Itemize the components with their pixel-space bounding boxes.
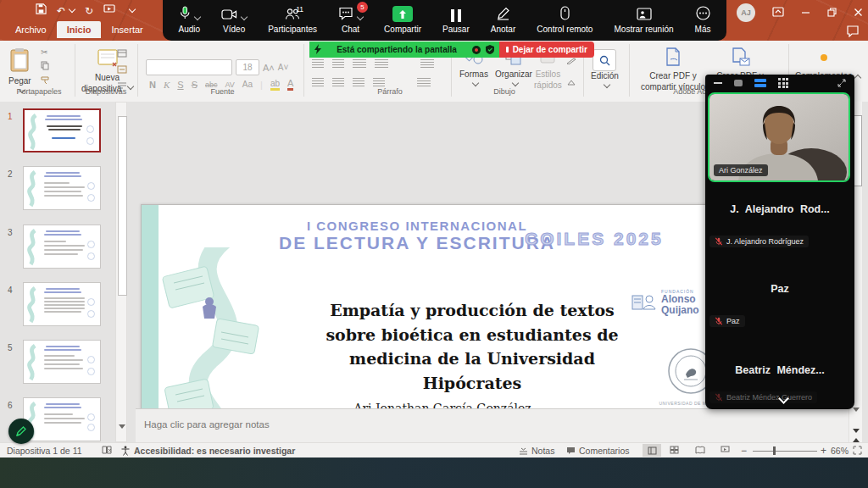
font-name-select[interactable] — [146, 59, 232, 75]
accessibility-icon[interactable] — [120, 446, 131, 458]
view-gallery-icon[interactable] — [778, 78, 788, 88]
customize-toolbar-icon[interactable] — [125, 4, 135, 18]
close-icon[interactable] — [854, 5, 863, 20]
slide-sorter-view-button[interactable] — [670, 446, 679, 456]
reset-slide-icon[interactable] — [117, 65, 127, 75]
redo-icon[interactable]: ↻ — [85, 4, 93, 18]
tab-insertar[interactable]: Insertar — [101, 21, 153, 38]
more-button[interactable]: Más — [695, 7, 711, 34]
muted-mic-icon — [715, 317, 723, 325]
ribbon-display-options-icon[interactable] — [772, 5, 784, 20]
zoom-slider-thumb[interactable] — [773, 446, 776, 455]
reading-view-button[interactable] — [695, 446, 705, 456]
restore-icon[interactable] — [827, 5, 837, 20]
spellcheck-icon[interactable] — [102, 446, 113, 457]
slideshow-view-button[interactable] — [721, 446, 730, 456]
status-bar: Diapositiva 1 de 11 Accesibilidad: es ne… — [0, 442, 868, 458]
account-avatar[interactable]: AJ — [737, 3, 755, 22]
notes-toggle[interactable]: Notas — [519, 446, 554, 456]
comments-bubble-icon[interactable] — [846, 25, 860, 41]
drawing-group-label: Dibujo — [470, 87, 538, 96]
undo-icon[interactable]: ↶ — [57, 4, 75, 18]
cut-icon[interactable]: ✂ — [41, 47, 50, 57]
tab-archivo[interactable]: Archivo — [5, 21, 57, 38]
tab-inicio[interactable]: Inicio — [57, 21, 102, 38]
slide-thumbnail-2[interactable] — [23, 166, 101, 210]
create-pdf-link-button[interactable]: Crear PDF ycompartir vínculo — [637, 47, 709, 92]
pause-icon — [451, 9, 461, 22]
video-options-chevron-icon[interactable] — [241, 14, 248, 20]
paragraph-row1 — [312, 59, 434, 68]
align-left-icon[interactable] — [312, 78, 324, 86]
slide-thumbnail-6[interactable] — [23, 397, 101, 441]
save-icon[interactable] — [36, 3, 47, 18]
zoom-out-button[interactable]: − — [741, 445, 747, 457]
increase-indent-icon[interactable] — [332, 59, 344, 68]
meeting-window-icon — [637, 8, 652, 22]
slide-thumbnail-5[interactable] — [23, 340, 101, 384]
scrollbar-thumb[interactable] — [118, 116, 127, 296]
shrink-font-icon[interactable]: A˅ — [278, 63, 289, 72]
slide-indicator[interactable]: Diapositiva 1 de 11 — [7, 446, 82, 456]
active-speaker-video[interactable]: Ari González — [708, 92, 850, 182]
font-size-select[interactable]: 18 — [236, 59, 259, 75]
slide-thumbnail-1[interactable] — [23, 108, 101, 152]
microphone-icon — [179, 6, 191, 22]
audio-button[interactable]: Audio — [179, 7, 201, 34]
slide-thumbnail-3[interactable] — [23, 225, 101, 269]
participant-name-chip: Paz — [709, 315, 745, 327]
chat-options-chevron-icon[interactable] — [357, 14, 364, 20]
bullets-icon[interactable] — [353, 59, 366, 68]
stop-share-label: Dejar de compartir — [513, 45, 587, 54]
stop-share-button[interactable]: Dejar de compartir — [499, 42, 594, 58]
grow-font-icon[interactable]: A˄ — [263, 63, 275, 73]
slide-title[interactable]: Empatía y producción de textos sobre bio… — [303, 298, 642, 395]
participant-name-chip: Beatriz Méndez Guerrero — [709, 391, 817, 403]
participants-button[interactable]: 11 Participantes — [268, 7, 317, 34]
chat-button[interactable]: 5 Chat — [338, 7, 363, 34]
shape-fill-icon[interactable] — [566, 75, 576, 90]
show-meeting-button[interactable]: Mostrar reunión — [614, 7, 673, 34]
columns-icon[interactable] — [417, 78, 431, 86]
audio-options-chevron-icon[interactable] — [194, 14, 201, 20]
zoom-in-button[interactable]: + — [821, 445, 826, 457]
accessibility-status[interactable]: Accesibilidad: es necesario investigar — [134, 446, 295, 456]
format-painter-icon[interactable] — [41, 76, 50, 86]
annotation-toolbar-button[interactable] — [8, 419, 34, 444]
normal-view-button[interactable] — [643, 444, 661, 457]
annotate-button[interactable]: Anotar — [491, 7, 515, 34]
minimize-icon[interactable] — [801, 5, 810, 20]
zoom-level[interactable]: 66% — [831, 446, 849, 456]
video-button[interactable]: Vídeo — [221, 7, 247, 34]
numbering-icon[interactable] — [375, 59, 388, 68]
new-slide-icon — [97, 47, 119, 69]
justify-icon[interactable] — [373, 78, 385, 86]
panel-collapse-chevron-icon[interactable] — [776, 393, 787, 408]
remote-control-button[interactable]: Control remoto — [537, 7, 593, 34]
slide-thumbnail-4[interactable] — [23, 282, 101, 326]
align-right-icon[interactable] — [353, 78, 364, 86]
slide-layout-icon[interactable] — [117, 49, 127, 59]
fit-to-window-icon[interactable] — [853, 446, 862, 457]
comments-toggle[interactable]: Comentarios — [566, 446, 630, 456]
view-strip-icon[interactable] — [754, 79, 766, 87]
paragraph-row2 — [312, 78, 431, 86]
zoom-slider-track[interactable] — [753, 451, 817, 452]
fundacion-name2: Quijano — [661, 305, 699, 316]
view-active-speaker-icon[interactable] — [734, 80, 743, 86]
align-center-icon[interactable] — [332, 78, 344, 86]
thumbnail-number: 6 — [8, 401, 13, 410]
text-direction-icon[interactable] — [420, 59, 434, 68]
panel-minimize-icon[interactable] — [714, 82, 722, 84]
editing-button[interactable]: Edición — [591, 49, 619, 92]
notes-placeholder[interactable]: Haga clic para agregar notas — [144, 419, 270, 430]
pause-share-button[interactable]: Pausar — [442, 7, 470, 34]
panel-expand-icon[interactable] — [837, 75, 846, 91]
copy-icon[interactable] — [41, 61, 50, 72]
thumbnail-scrollbar[interactable] — [115, 102, 127, 442]
decrease-indent-icon[interactable] — [312, 59, 324, 68]
slideshow-icon[interactable] — [103, 4, 115, 18]
share-screen-button[interactable]: Compartir — [384, 7, 421, 34]
security-shield-icon[interactable] — [486, 42, 494, 58]
notes-pane[interactable]: Haga clic para agregar notas — [136, 408, 849, 443]
